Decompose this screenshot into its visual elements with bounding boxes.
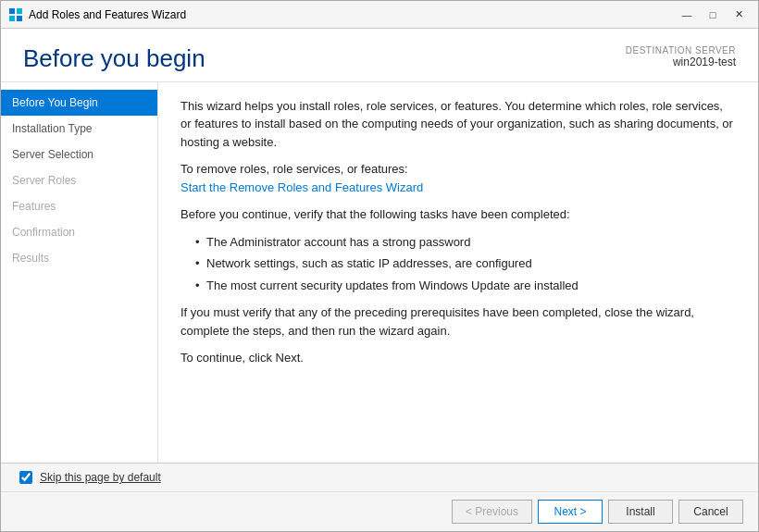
window-title: Add Roles and Features Wizard — [29, 8, 675, 21]
footer: Skip this page by default < Previous Nex… — [1, 463, 758, 531]
main-window: Add Roles and Features Wizard — □ ✕ Befo… — [0, 0, 759, 532]
destination-value: win2019-test — [626, 56, 736, 68]
sidebar-item-installation-type[interactable]: Installation Type — [1, 116, 157, 142]
maximize-button[interactable]: □ — [701, 6, 725, 24]
skip-label: Skip this page by default — [40, 471, 161, 484]
destination-label: DESTINATION SERVER — [626, 45, 736, 56]
bullet-item-1: Network settings, such as static IP addr… — [195, 254, 736, 273]
skip-checkbox[interactable] — [19, 471, 32, 484]
page-title: Before you begin — [23, 45, 205, 72]
main-body: Before You Begin Installation Type Serve… — [1, 82, 758, 463]
previous-button[interactable]: < Previous — [452, 500, 532, 524]
header-section: Before you begin DESTINATION SERVER win2… — [1, 29, 758, 82]
sidebar-item-features: Features — [1, 193, 157, 219]
install-button[interactable]: Install — [608, 500, 673, 524]
remove-intro: To remove roles, role services, or featu… — [180, 160, 736, 196]
svg-rect-1 — [17, 8, 22, 14]
sidebar-item-results: Results — [1, 245, 157, 271]
svg-rect-2 — [9, 16, 15, 21]
window-icon — [8, 7, 23, 22]
next-button[interactable]: Next > — [538, 500, 603, 524]
remove-link[interactable]: Start the Remove Roles and Features Wiza… — [180, 180, 423, 194]
minimize-button[interactable]: — — [675, 6, 699, 24]
close-button[interactable]: ✕ — [727, 6, 751, 24]
sidebar-item-server-selection[interactable]: Server Selection — [1, 142, 157, 167]
prereq-paragraph: If you must verify that any of the prece… — [180, 303, 736, 340]
intro-paragraph: This wizard helps you install roles, rol… — [180, 97, 736, 152]
skip-row: Skip this page by default — [1, 464, 758, 492]
cancel-button[interactable]: Cancel — [678, 500, 743, 524]
bullet-item-0: The Administrator account has a strong p… — [195, 233, 736, 252]
bullet-item-2: The most current security updates from W… — [195, 277, 736, 295]
window-controls: — □ ✕ — [675, 6, 751, 24]
bullet-list: The Administrator account has a strong p… — [195, 233, 736, 295]
destination-server: DESTINATION SERVER win2019-test — [626, 45, 736, 68]
title-bar: Add Roles and Features Wizard — □ ✕ — [1, 1, 758, 29]
sidebar-item-before-you-begin[interactable]: Before You Begin — [1, 90, 157, 116]
sidebar: Before You Begin Installation Type Serve… — [1, 82, 158, 463]
svg-rect-3 — [17, 16, 22, 21]
svg-rect-0 — [9, 8, 15, 14]
button-row: < Previous Next > Install Cancel — [1, 492, 758, 531]
main-content: This wizard helps you install roles, rol… — [158, 82, 758, 463]
sidebar-item-server-roles: Server Roles — [1, 167, 157, 193]
verify-intro: Before you continue, verify that the fol… — [180, 205, 736, 224]
continue-paragraph: To continue, click Next. — [180, 349, 736, 367]
sidebar-item-confirmation: Confirmation — [1, 219, 157, 245]
content-area: Before you begin DESTINATION SERVER win2… — [1, 29, 758, 463]
